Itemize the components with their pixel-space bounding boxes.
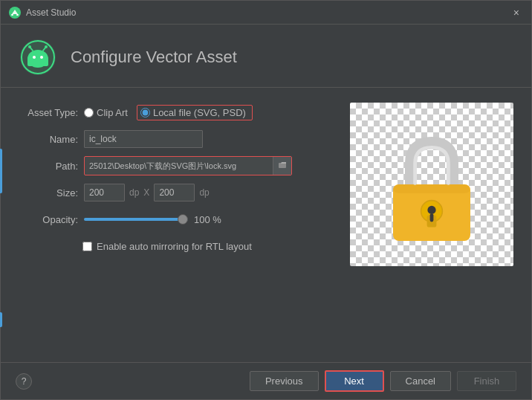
opacity-controls: 100 % (84, 214, 335, 225)
svg-rect-6 (27, 57, 48, 66)
sidebar-indicator-2 (0, 312, 2, 327)
path-container (84, 156, 292, 175)
opacity-row: Opacity: 100 % (19, 210, 335, 229)
cancel-button[interactable]: Cancel (390, 371, 451, 391)
path-input[interactable] (85, 157, 273, 175)
preview-section (350, 103, 513, 347)
svg-rect-19 (430, 213, 434, 222)
sidebar-indicator-1 (0, 149, 2, 193)
close-button[interactable]: × (509, 5, 524, 20)
size-width-input[interactable] (84, 184, 125, 201)
content-area: Asset Type: Clip Art Local file (SVG, PS… (1, 88, 531, 362)
clip-art-option[interactable]: Clip Art (84, 107, 128, 118)
svg-point-8 (40, 56, 43, 59)
next-button[interactable]: Next (325, 370, 384, 392)
page-title: Configure Vector Asset (71, 48, 237, 67)
svg-point-18 (427, 206, 435, 214)
app-icon (8, 6, 22, 19)
name-row: Name: (19, 129, 335, 149)
path-label: Path: (19, 161, 78, 172)
svg-rect-2 (16, 14, 19, 16)
clip-art-label: Clip Art (97, 107, 128, 118)
clip-art-radio[interactable] (84, 108, 94, 117)
opacity-label: Opacity: (19, 214, 78, 225)
opacity-slider[interactable] (84, 218, 188, 221)
footer-left: ? (16, 373, 244, 390)
local-file-radio[interactable] (140, 108, 150, 117)
svg-point-7 (33, 56, 36, 59)
svg-rect-1 (11, 14, 13, 16)
auto-mirror-label: Enable auto mirroring for RTL layout (97, 241, 252, 252)
size-label: Size: (19, 187, 78, 199)
size-row: Size: dp X dp (19, 183, 335, 202)
opacity-value: 100 % (194, 214, 224, 225)
svg-point-12 (45, 45, 48, 48)
help-button[interactable]: ? (16, 373, 32, 390)
header: Configure Vector Asset (1, 25, 531, 88)
lock-preview-icon (372, 125, 491, 244)
asset-type-radio-group: Clip Art Local file (SVG, PSD) (84, 105, 253, 120)
size-height-input[interactable] (154, 184, 195, 201)
name-label: Name: (19, 134, 78, 145)
finish-button[interactable]: Finish (457, 371, 516, 391)
browse-button[interactable] (273, 157, 291, 175)
form-section: Asset Type: Clip Art Local file (SVG, PS… (19, 103, 335, 347)
local-file-label: Local file (SVG, PSD) (153, 107, 246, 118)
svg-rect-15 (393, 184, 470, 193)
preview-box (350, 103, 513, 266)
window-title: Asset Studio (26, 7, 509, 18)
size-inputs: dp X dp (84, 184, 210, 201)
asset-type-label: Asset Type: (19, 107, 78, 118)
x-separator: X (143, 187, 149, 198)
android-logo (19, 38, 57, 77)
dp-label-1: dp (129, 187, 139, 198)
dp-label-2: dp (199, 187, 209, 198)
folder-icon (278, 161, 287, 170)
auto-mirror-row: Enable auto mirroring for RTL layout (19, 236, 335, 256)
title-bar: Asset Studio × (1, 1, 531, 25)
path-row: Path: (19, 156, 335, 175)
auto-mirror-checkbox[interactable] (82, 242, 92, 251)
name-input[interactable] (84, 130, 203, 148)
asset-type-row: Asset Type: Clip Art Local file (SVG, PS… (19, 103, 335, 122)
local-file-option[interactable]: Local file (SVG, PSD) (137, 105, 253, 120)
svg-point-11 (28, 45, 31, 48)
svg-rect-13 (279, 163, 286, 168)
previous-button[interactable]: Previous (250, 371, 319, 391)
main-window: Asset Studio × Configure Vector Asset As… (0, 0, 532, 400)
footer: ? Previous Next Cancel Finish (1, 362, 531, 399)
